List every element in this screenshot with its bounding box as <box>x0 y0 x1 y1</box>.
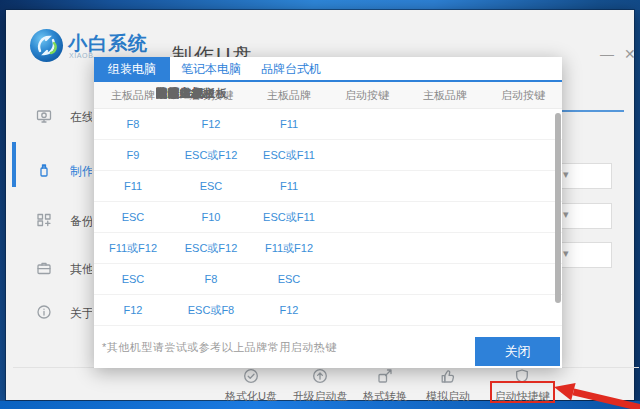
column-header: 主板品牌 <box>406 82 484 109</box>
sidebar-item-label: 关于 <box>70 305 92 322</box>
info-icon <box>36 304 52 324</box>
key-cell: F8 <box>94 109 172 139</box>
table-row: 华擎主板 F11 斯巴达克主板 ESC 昂达主板 F11 <box>94 171 562 202</box>
boot-hotkey-modal: 组装电脑 笔记本电脑 品牌台式机 主板品牌 启动按键 主板品牌 启动按键 主板品… <box>94 57 562 368</box>
key-cell: ESC或F8 <box>172 295 250 325</box>
key-cell: ESC <box>172 171 250 201</box>
table-row: 华硕主板 F8 技嘉主板 F12 微星主板 F11 <box>94 109 562 140</box>
toolbar-item-label: 格式化U盘 <box>211 389 291 404</box>
table-row: 铭瑄主板 ESC 盈通主板 F8 捷波主板 ESC <box>94 264 562 295</box>
table-row: Intel主板 F12 杰微主板 ESC或F8 致铭主板 F12 <box>94 295 562 326</box>
sidebar-item-backup-restore[interactable]: 备份 <box>6 210 92 232</box>
column-header: 启动按键 <box>484 82 562 109</box>
arrow-up-circle-icon <box>312 368 328 384</box>
check-circle-icon <box>243 368 259 384</box>
dropdown-select[interactable] <box>554 163 612 189</box>
table-row: 冠盟主板 F11或F12 富士康主板 ESC或F12 顶星主板 F11或F12 <box>94 233 562 264</box>
backup-grid-icon <box>36 212 52 232</box>
dropdown-select[interactable] <box>554 242 612 268</box>
key-cell: F12 <box>94 295 172 325</box>
toolbar-item-format-usb[interactable]: 格式化U盘 <box>211 368 291 402</box>
key-cell: ESC或F11 <box>250 140 328 170</box>
key-cell: ESC <box>94 202 172 232</box>
app-window: 小白系统 XIAOBAI 制作U盘 — ✕ 在线 制作 备份 <box>6 10 634 400</box>
key-cell: F12 <box>172 109 250 139</box>
key-cell: F11 <box>250 109 328 139</box>
dropdown-select[interactable] <box>554 203 612 229</box>
usb-drive-icon <box>36 162 52 182</box>
sidebar-item-other[interactable]: 其他 <box>6 258 92 280</box>
key-cell: ESC或F12 <box>172 140 250 170</box>
modal-scrollbar-thumb[interactable] <box>555 113 561 303</box>
app-logo-icon <box>30 29 63 62</box>
key-cell: ESC <box>94 264 172 294</box>
convert-export-icon <box>377 368 393 384</box>
tab-brand-desktop[interactable]: 品牌台式机 <box>254 57 328 82</box>
modal-close-button[interactable]: 关闭 <box>475 337 560 366</box>
key-cell: F10 <box>172 202 250 232</box>
monitor-icon <box>36 108 52 128</box>
annotation-arrow-icon <box>552 380 640 409</box>
key-cell: ESC或F11 <box>250 202 328 232</box>
key-cell: F11 <box>94 171 172 201</box>
table-row: 双敏主板 ESC 翔升主板 F10 精英主板 ESC或F11 <box>94 202 562 233</box>
key-cell: F8 <box>172 264 250 294</box>
sidebar-item-make-usb[interactable]: 制作 <box>6 160 92 182</box>
key-cell: F11或F12 <box>94 233 172 263</box>
close-icon[interactable]: ✕ <box>624 46 636 62</box>
key-cell: F11 <box>250 171 328 201</box>
sidebar-item-label: 制作 <box>70 163 92 180</box>
sidebar-item-online-reinstall[interactable]: 在线 <box>6 106 92 128</box>
sidebar-item-label: 在线 <box>70 109 92 126</box>
key-cell: ESC或F12 <box>172 233 250 263</box>
key-cell: ESC <box>250 264 328 294</box>
key-cell: F9 <box>94 140 172 170</box>
sidebar-item-label: 备份 <box>70 213 92 230</box>
annotation-highlight-box <box>490 381 555 403</box>
column-header: 主板品牌 <box>250 82 328 109</box>
app-brand-subtitle: XIAOBAI <box>69 52 94 59</box>
thumbs-up-icon <box>440 368 456 384</box>
toolbar-item-simulate-boot[interactable]: 模拟启动 <box>408 368 488 402</box>
minimize-icon[interactable]: — <box>600 46 614 62</box>
table-row: 映泰主板 F9 梅捷主板 ESC或F12 七彩虹主板 ESC或F11 <box>94 140 562 171</box>
toolbar-item-label: 模拟启动 <box>408 389 488 404</box>
column-header: 启动按键 <box>328 82 406 109</box>
briefcase-icon <box>36 260 52 280</box>
desktop-background: 小白系统 XIAOBAI 制作U盘 — ✕ 在线 制作 备份 <box>0 0 640 409</box>
sidebar-item-about[interactable]: 关于 <box>6 302 92 324</box>
key-cell: F12 <box>250 295 328 325</box>
sidebar-item-label: 其他 <box>70 261 92 278</box>
modal-footnote: *其他机型请尝试或参考以上品牌常用启动热键 <box>102 340 337 355</box>
brand-cell: 致铭主板 <box>156 78 204 109</box>
key-cell: F11或F12 <box>250 233 328 263</box>
